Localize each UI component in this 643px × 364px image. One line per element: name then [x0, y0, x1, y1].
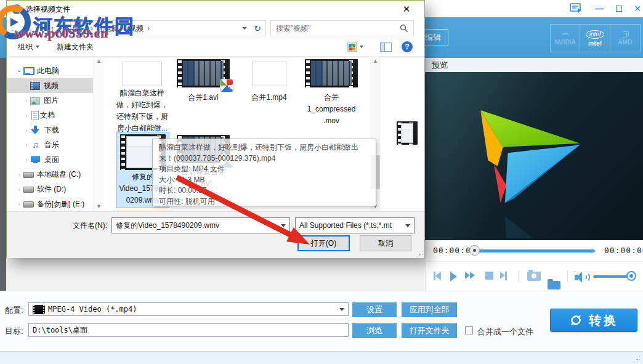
chevron-down-icon — [360, 46, 363, 48]
scroll-up-icon[interactable]: ▲ — [94, 57, 104, 66]
views-button[interactable] — [347, 42, 363, 52]
settings-button[interactable]: 设置 — [352, 302, 397, 317]
sidebar-item-disk-c[interactable]: › 本地磁盘 (C:) — [7, 167, 93, 182]
file-name[interactable]: 合并1.avi — [177, 92, 230, 103]
config-select[interactable]: MPEG-4 Video (*.mp4) — [28, 302, 349, 316]
scroll-up-icon[interactable]: ▲ — [370, 57, 381, 66]
file-icon-small — [397, 121, 418, 145]
file-name[interactable]: 合并1_compressed.mov — [301, 92, 362, 127]
open-folder-icon[interactable] — [548, 281, 560, 289]
organize-label: 组织 — [18, 42, 33, 52]
tooltip-line: 时长: 00:00:57 — [159, 185, 370, 196]
file-name[interactable]: 合并1.mp4 — [243, 92, 296, 103]
close-app-button[interactable]: ✕ — [629, 2, 643, 15]
sidebar-label: 视频 — [44, 81, 59, 91]
play-button[interactable] — [450, 272, 457, 281]
sidebar-item-disk-e[interactable]: › 备份[勿删] (E:) — [7, 196, 93, 211]
file-thumbnail[interactable] — [252, 62, 286, 86]
chevron-icon[interactable]: › — [23, 112, 30, 119]
stop-button[interactable] — [485, 272, 493, 280]
search-input[interactable] — [276, 24, 400, 33]
apply-all-button[interactable]: 应用到全部 — [402, 302, 457, 317]
cancel-button[interactable]: 取消 — [360, 235, 411, 251]
filename-combo[interactable]: 修复的Video_1578490209.wmv — [111, 217, 290, 233]
merge-checkbox[interactable] — [465, 326, 473, 334]
scroll-down-icon[interactable]: ▼ — [94, 202, 104, 211]
new-folder-button[interactable]: 新建文件夹 — [57, 42, 94, 52]
chevron-icon[interactable]: › — [15, 186, 23, 193]
sidebar-item-videos[interactable]: › 视频 — [7, 78, 93, 93]
snapshot-icon[interactable] — [527, 272, 541, 281]
open-button[interactable]: 打开(O) — [297, 235, 350, 251]
dialog-resize-grip[interactable] — [415, 250, 423, 257]
sidebar-item-documents[interactable]: › 文档 — [7, 108, 93, 123]
browse-button[interactable]: 浏览 — [352, 323, 397, 338]
sidebar-item-desktop[interactable]: › 桌面 — [7, 152, 93, 167]
resize-grip[interactable] — [633, 355, 640, 362]
watermark-site-url: www.pc0359.cn — [15, 26, 108, 41]
sidebar-label: 备份[勿删] (E:) — [37, 199, 84, 209]
disk-icon — [23, 184, 33, 194]
sidebar-item-disk-d[interactable]: › 软件 (D:) — [7, 182, 93, 196]
open-folder-button[interactable]: 打开文件夹 — [402, 323, 457, 338]
documents-icon — [31, 111, 39, 119]
sidebar-label: 桌面 — [44, 155, 59, 165]
seek-handle[interactable] — [469, 245, 480, 256]
address-dropdown-icon[interactable] — [242, 27, 247, 30]
chevron-icon[interactable]: › — [15, 201, 23, 208]
nvidia-button[interactable]: NVIDIA — [550, 24, 580, 52]
views-icon — [347, 42, 357, 52]
preview-pane-icon[interactable] — [380, 42, 392, 52]
prev-button[interactable] — [434, 272, 441, 280]
dialog-close-button[interactable]: ✕ — [397, 2, 416, 16]
volume-handle[interactable] — [626, 271, 636, 281]
chevron-down-icon — [281, 224, 286, 227]
preview-panel-header: 预览 — [425, 58, 643, 72]
filetype-combo[interactable]: All Supported Files (*.ts;*.mt — [295, 217, 415, 233]
file-thumbnail[interactable] — [305, 59, 358, 87]
fast-forward-button[interactable] — [465, 272, 475, 279]
file-tooltip: 醋溜白菜这样做，好吃到爆，还特别下饭，厨房小白都能做出来！(000037.785… — [152, 139, 376, 206]
search-box[interactable] — [270, 20, 414, 36]
chevron-icon[interactable]: › — [15, 171, 23, 178]
sidebar-label: 此电脑 — [37, 66, 59, 76]
sidebar-label: 本地磁盘 (C:) — [37, 169, 81, 180]
tooltip-line: 醋溜白菜这样做，好吃到爆，还特别下饭，厨房小白都能做出来！(000037.785… — [159, 142, 370, 164]
chevron-icon[interactable]: › — [23, 127, 30, 134]
next-button[interactable] — [500, 272, 507, 280]
filetype-value: All Supported Files (*.ts;*.mt — [299, 221, 392, 230]
help-icon[interactable]: ? — [402, 41, 413, 52]
target-input[interactable]: D:\tools\桌面 — [28, 323, 349, 337]
refresh-button[interactable]: ↻ — [249, 20, 266, 36]
config-value: MPEG-4 Video (*.mp4) — [48, 305, 137, 313]
intel-button[interactable]: intel intel — [580, 24, 610, 52]
disk-icon — [23, 199, 33, 209]
feedback-icon[interactable] — [570, 3, 582, 15]
maximize-button[interactable] — [611, 2, 627, 15]
seek-track[interactable] — [475, 249, 595, 253]
new-folder-label: 新建文件夹 — [57, 42, 94, 52]
pictures-icon — [30, 97, 40, 105]
app-left-edge — [0, 58, 6, 291]
convert-button[interactable]: 转换 — [550, 309, 637, 332]
sidebar-scrollbar[interactable]: ▲ ▼ — [93, 57, 103, 211]
file-name[interactable]: 醋溜白菜这样做，好吃到爆， 还特别下饭，厨房小白都能做... — [109, 87, 176, 134]
amd-button[interactable]: AMD — [610, 24, 641, 52]
player-controls — [425, 261, 643, 291]
sidebar-item-music[interactable]: › ♫ 音乐 — [7, 137, 93, 152]
chevron-icon[interactable]: › — [23, 97, 30, 104]
chevron-icon[interactable]: › — [23, 156, 30, 163]
sidebar-item-downloads[interactable]: › 下载 — [7, 123, 93, 137]
organize-menu[interactable]: 组织 — [18, 42, 39, 52]
minimize-button[interactable]: — — [591, 2, 607, 15]
tooltip-line: 可用性: 脱机可用 — [159, 196, 370, 208]
sidebar-item-pictures[interactable]: › 图片 — [7, 93, 93, 108]
volume-icon[interactable] — [575, 272, 589, 283]
chevron-icon[interactable]: › — [23, 83, 30, 89]
sidebar-item-this-pc[interactable]: › 此电脑 — [7, 63, 93, 78]
tooltip-line: 大小: 11.3 MB — [159, 175, 370, 186]
chevron-icon[interactable]: › — [16, 67, 23, 75]
file-thumbnail[interactable] — [123, 62, 162, 86]
chevron-icon[interactable]: › — [23, 142, 30, 148]
file-thumbnail[interactable] — [177, 59, 230, 87]
